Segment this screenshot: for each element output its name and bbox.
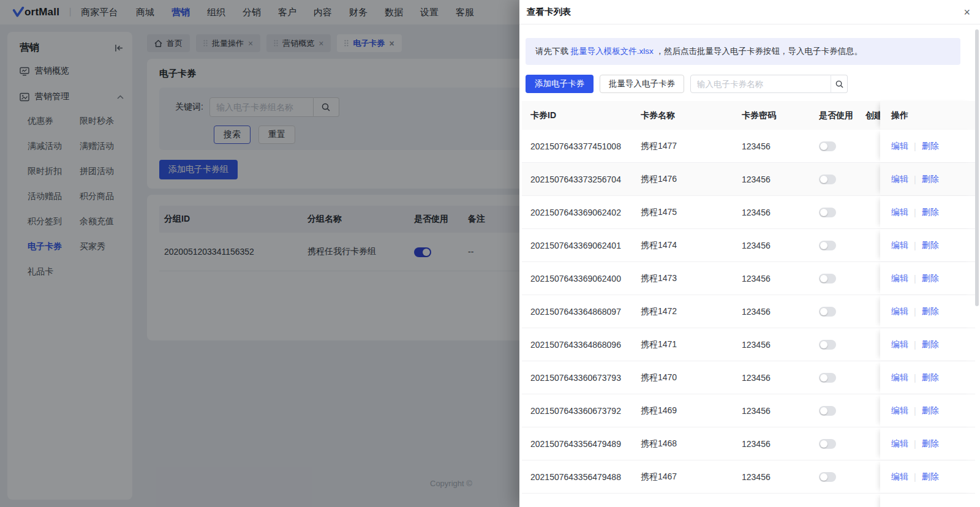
card-table-row: 2021507643369062400 携程1473 123456 编辑 | 删… [522, 262, 975, 295]
card-password-cell: 123456 [733, 141, 810, 151]
card-enabled-toggle[interactable] [819, 241, 836, 250]
action-separator: | [914, 307, 916, 317]
row-actions: 编辑 | 删除 [880, 427, 975, 460]
card-search-icon-button[interactable] [831, 75, 848, 93]
row-actions: 编辑 | 删除 [880, 460, 975, 493]
close-drawer-icon[interactable]: × [963, 7, 970, 18]
delete-link[interactable]: 删除 [922, 240, 939, 251]
card-password-cell: 123456 [733, 274, 810, 284]
card-enabled-toggle[interactable] [819, 274, 836, 284]
card-enabled-toggle[interactable] [819, 439, 836, 449]
action-separator: | [914, 141, 916, 151]
card-id-cell: 2021507643360673792 [522, 406, 632, 416]
action-separator: | [914, 406, 916, 416]
template-download-link[interactable]: 批量导入模板文件.xlsx [571, 47, 654, 56]
edit-link[interactable]: 编辑 [891, 306, 908, 317]
delete-link[interactable]: 删除 [922, 141, 939, 152]
card-id-cell: 2021507643364868097 [522, 307, 632, 317]
card-table-row: 2021507643364868096 携程1471 123456 编辑 | 删… [522, 328, 975, 361]
card-table-row: 2021507643364868097 携程1472 123456 编辑 | 删… [522, 295, 975, 328]
action-separator: | [914, 439, 916, 449]
delete-link[interactable]: 删除 [922, 372, 939, 383]
edit-link[interactable]: 编辑 [891, 438, 908, 449]
row-actions: 编辑 | 删除 [880, 163, 975, 195]
edit-link[interactable]: 编辑 [891, 240, 908, 251]
card-name-cell: 携程1468 [632, 438, 733, 449]
card-table-row: 2021507643369062401 携程1474 123456 编辑 | 删… [522, 229, 975, 262]
import-hint-banner: 请先下载 批量导入模板文件.xlsx ，然后点击批量导入电子卡券按钮，导入电子卡… [526, 38, 960, 65]
card-enabled-toggle[interactable] [819, 373, 836, 383]
modal-dim-overlay[interactable] [0, 0, 519, 507]
delete-link[interactable]: 删除 [922, 273, 939, 284]
card-id-cell: 2021507643369062401 [522, 241, 632, 250]
row-actions: 编辑 | 删除 [880, 262, 975, 295]
card-name-cell: 携程1476 [632, 174, 733, 185]
card-name-search-input[interactable] [690, 75, 831, 93]
card-enabled-toggle[interactable] [819, 307, 836, 317]
add-ecard-button[interactable]: 添加电子卡券 [526, 75, 594, 93]
card-enabled-toggle[interactable] [819, 208, 836, 217]
edit-link[interactable]: 编辑 [891, 471, 908, 483]
edit-link[interactable]: 编辑 [891, 372, 908, 383]
card-id-cell: 2021507643369062400 [522, 274, 632, 284]
card-password-cell: 123456 [733, 307, 810, 317]
row-actions: 编辑 | 删除 [880, 130, 975, 162]
delete-link[interactable]: 删除 [922, 438, 939, 449]
card-table-row: 2021507643356479488 携程1467 123456 编辑 | 删… [522, 460, 975, 494]
drawer-header: 查看卡列表 × [519, 0, 980, 24]
card-name-cell: 携程1469 [632, 405, 733, 416]
card-enabled-toggle[interactable] [819, 340, 836, 350]
card-table-row: 2021507643377451008 携程1477 123456 编辑 | 删… [522, 130, 975, 163]
card-enabled-toggle[interactable] [819, 406, 836, 416]
edit-link[interactable]: 编辑 [891, 174, 908, 185]
delete-link[interactable]: 删除 [922, 207, 939, 218]
card-list-drawer: 查看卡列表 × 请先下载 批量导入模板文件.xlsx ，然后点击批量导入电子卡券… [519, 0, 980, 507]
card-name-cell: 携程1467 [632, 471, 733, 483]
row-actions: 编辑 | 删除 [880, 196, 975, 228]
edit-link[interactable]: 编辑 [891, 405, 908, 416]
delete-link[interactable]: 删除 [922, 471, 939, 483]
action-separator: | [914, 340, 916, 350]
action-separator: | [914, 274, 916, 284]
card-id-cell: 2021507643369062402 [522, 208, 632, 217]
card-table-row [522, 494, 975, 507]
card-password-cell: 123456 [733, 208, 810, 217]
card-name-cell: 携程1474 [632, 240, 733, 251]
card-password-cell: 123456 [733, 373, 810, 383]
row-actions: 编辑 | 删除 [880, 394, 975, 427]
edit-link[interactable]: 编辑 [891, 273, 908, 284]
delete-link[interactable]: 删除 [922, 405, 939, 416]
card-table-row: 2021507643360673793 携程1470 123456 编辑 | 删… [522, 361, 975, 394]
card-table-row: 2021507643373256704 携程1476 123456 编辑 | 删… [522, 163, 975, 196]
card-name-cell: 携程1470 [632, 372, 733, 383]
card-id-cell: 2021507643360673793 [522, 373, 632, 383]
edit-link[interactable]: 编辑 [891, 207, 908, 218]
card-enabled-toggle[interactable] [819, 472, 836, 482]
card-table-row: 2021507643360673792 携程1469 123456 编辑 | 删… [522, 394, 975, 427]
row-actions [880, 494, 975, 507]
delete-link[interactable]: 删除 [922, 174, 939, 185]
edit-link[interactable]: 编辑 [891, 141, 908, 152]
edit-link[interactable]: 编辑 [891, 339, 908, 350]
action-separator: | [914, 373, 916, 383]
delete-link[interactable]: 删除 [922, 306, 939, 317]
card-password-cell: 123456 [733, 340, 810, 350]
drawer-title: 查看卡列表 [527, 6, 571, 18]
col-card-name: 卡券名称 [632, 110, 733, 121]
card-name-cell: 携程1477 [632, 141, 733, 152]
batch-import-button[interactable]: 批量导入电子卡券 [600, 75, 684, 93]
drawer-scrollbar[interactable] [975, 29, 979, 306]
card-id-cell: 2021507643373256704 [522, 175, 632, 184]
card-enabled-toggle[interactable] [819, 175, 836, 184]
row-actions: 编辑 | 删除 [880, 295, 975, 328]
card-name-cell: 携程1473 [632, 273, 733, 284]
card-name-cell: 携程1471 [632, 339, 733, 350]
action-separator: | [914, 241, 916, 250]
delete-link[interactable]: 删除 [922, 339, 939, 350]
banner-prefix: 请先下载 [535, 47, 571, 56]
card-id-cell: 2021507643356479488 [522, 472, 632, 482]
card-enabled-toggle[interactable] [819, 141, 836, 151]
col-actions: 操作 [880, 101, 975, 130]
card-table-header: 卡券ID 卡券名称 卡券密码 是否使用 创建时间 操作 [522, 101, 975, 130]
card-password-cell: 123456 [733, 175, 810, 184]
